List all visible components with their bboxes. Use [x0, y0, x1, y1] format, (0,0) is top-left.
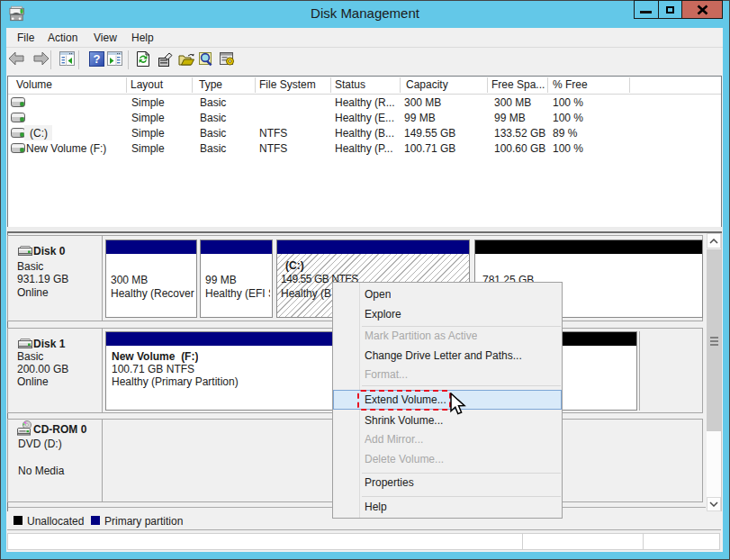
svg-text:?: ? — [94, 52, 101, 66]
